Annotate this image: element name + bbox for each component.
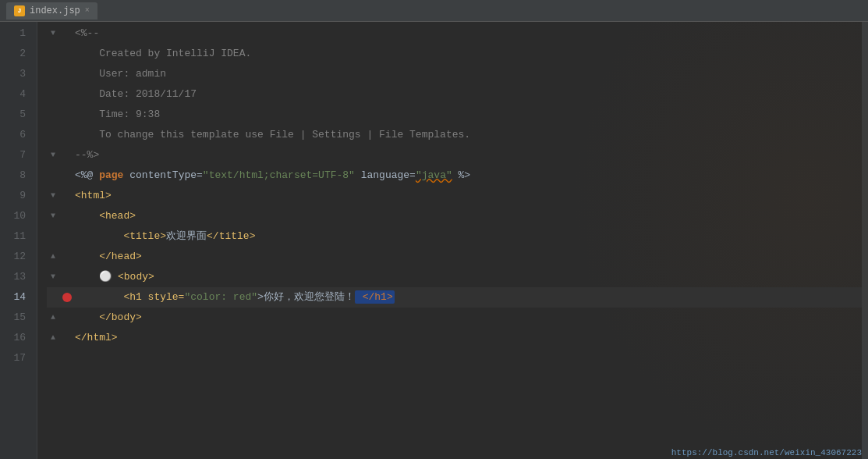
code-token: <title>	[75, 230, 166, 242]
code-token: <body>	[112, 271, 154, 283]
code-tokens: <title>欢迎界面</title>	[75, 226, 255, 247]
code-token: </head>	[75, 251, 142, 262]
fold-gutter[interactable]: ▼	[47, 44, 59, 64]
code-token: </body>	[75, 311, 142, 323]
line-number: 12	[0, 247, 30, 267]
fold-gutter[interactable]: ▼	[47, 267, 59, 287]
code-line: ▼ Created by IntelliJ IDEA.	[47, 44, 862, 64]
fold-gutter[interactable]: ▲	[47, 247, 59, 267]
fold-gutter[interactable]: ▼	[47, 226, 59, 247]
code-tokens: </body>	[75, 308, 142, 328]
vertical-scrollbar[interactable]	[862, 22, 868, 459]
code-token: "color: red"	[184, 291, 257, 303]
code-editor: 1234567891011121314151617 ▼<%--▼ Created…	[0, 22, 868, 459]
fold-gutter[interactable]: ▼	[47, 125, 59, 145]
code-tokens: <head>	[75, 206, 136, 226]
code-token: To change this template use File | Setti…	[75, 129, 470, 141]
code-line: ▼ <h1 style="color: red">你好，欢迎您登陆！ </h1>	[47, 287, 862, 308]
warning-dot-icon: ⚪	[99, 271, 112, 283]
blog-url: https://blog.csdn.net/weixin_43067223	[671, 448, 862, 457]
code-token: contentType=	[123, 169, 202, 181]
code-line: ▼ User: admin	[47, 64, 862, 84]
code-tokens: User: admin	[75, 64, 166, 84]
code-token: page	[99, 169, 123, 181]
fold-collapse-icon[interactable]: ▼	[51, 267, 55, 287]
file-type-icon: J	[14, 5, 25, 16]
breakpoint-area[interactable]	[59, 293, 75, 302]
line-number: 1	[0, 23, 30, 44]
code-tokens: <html>	[75, 186, 112, 206]
bottom-status-bar: https://blog.csdn.net/weixin_43067223	[665, 447, 868, 459]
code-line: ▲</html>	[47, 328, 862, 348]
line-number: 5	[0, 105, 30, 125]
code-tokens: Date: 2018/11/17	[75, 84, 197, 105]
code-tokens: --%>	[75, 145, 99, 165]
code-tokens: <%@ page contentType="text/html;charset=…	[75, 165, 470, 186]
fold-expand-icon[interactable]: ▲	[51, 308, 55, 328]
code-line: ▼<html>	[47, 186, 862, 206]
code-line: ▼ ⚪ <body>	[47, 267, 862, 287]
fold-gutter[interactable]: ▼	[47, 165, 59, 186]
code-tokens: <%--	[75, 23, 99, 44]
line-number: 8	[0, 165, 30, 186]
code-line: ▼	[47, 348, 862, 368]
code-tokens: Created by IntelliJ IDEA.	[75, 44, 251, 64]
code-line: ▼ Date: 2018/11/17	[47, 84, 862, 105]
tab-filename: index.jsp	[30, 5, 80, 16]
fold-expand-icon[interactable]: ▲	[51, 247, 55, 267]
code-content[interactable]: ▼<%--▼ Created by IntelliJ IDEA.▼ User: …	[37, 22, 862, 459]
code-token: Date: 2018/11/17	[75, 88, 197, 100]
line-number: 7	[0, 145, 30, 165]
fold-collapse-icon[interactable]: ▼	[51, 23, 55, 44]
line-number: 10	[0, 206, 30, 226]
line-number: 4	[0, 84, 30, 105]
code-token: "java"	[416, 169, 452, 181]
code-token: <%@	[75, 169, 99, 181]
code-line: ▼ Time: 9:38	[47, 105, 862, 125]
line-number: 15	[0, 308, 30, 328]
code-tokens: Time: 9:38	[75, 105, 160, 125]
title-bar: J index.jsp ×	[0, 0, 868, 22]
line-number: 6	[0, 125, 30, 145]
fold-collapse-icon[interactable]: ▼	[51, 145, 55, 165]
fold-gutter[interactable]: ▼	[47, 105, 59, 125]
code-line: ▼<%--	[47, 23, 862, 44]
fold-gutter[interactable]: ▲	[47, 328, 59, 348]
file-tab[interactable]: J index.jsp ×	[6, 2, 97, 20]
fold-collapse-icon[interactable]: ▼	[51, 186, 55, 206]
breakpoint-dot	[62, 293, 72, 302]
fold-expand-icon[interactable]: ▲	[51, 328, 55, 348]
fold-collapse-icon[interactable]: ▼	[51, 206, 55, 226]
fold-gutter[interactable]: ▼	[47, 84, 59, 105]
line-number: 3	[0, 64, 30, 84]
code-token: <html>	[75, 190, 112, 201]
code-tokens: To change this template use File | Setti…	[75, 125, 470, 145]
fold-gutter[interactable]: ▼	[47, 64, 59, 84]
fold-gutter[interactable]: ▼	[47, 348, 59, 368]
code-token: <head>	[75, 210, 136, 222]
code-token: 欢迎界面	[166, 230, 207, 242]
line-numbers-gutter: 1234567891011121314151617	[0, 22, 37, 459]
fold-gutter[interactable]: ▼	[47, 145, 59, 165]
code-line: ▲ </head>	[47, 247, 862, 267]
code-token: </title>	[207, 230, 255, 242]
fold-gutter[interactable]: ▼	[47, 23, 59, 44]
line-number: 2	[0, 44, 30, 64]
code-line: ▼ <title>欢迎界面</title>	[47, 226, 862, 247]
line-number: 13	[0, 267, 30, 287]
fold-gutter[interactable]: ▼	[47, 206, 59, 226]
line-number: 14	[0, 287, 30, 308]
fold-gutter[interactable]: ▼	[47, 186, 59, 206]
code-line: ▼ <head>	[47, 206, 862, 226]
fold-gutter[interactable]: ▲	[47, 308, 59, 328]
code-token: >你好，欢迎您登陆！	[257, 291, 355, 303]
tab-close-button[interactable]: ×	[85, 6, 90, 15]
code-tokens: <h1 style="color: red">你好，欢迎您登陆！ </h1>	[75, 287, 395, 308]
code-line: ▼ To change this template use File | Set…	[47, 125, 862, 145]
line-number: 16	[0, 328, 30, 348]
code-token: language=	[355, 169, 416, 181]
line-number: 17	[0, 348, 30, 368]
fold-gutter[interactable]: ▼	[47, 287, 59, 308]
code-token: Created by IntelliJ IDEA.	[75, 48, 251, 59]
code-line: ▲ </body>	[47, 308, 862, 328]
